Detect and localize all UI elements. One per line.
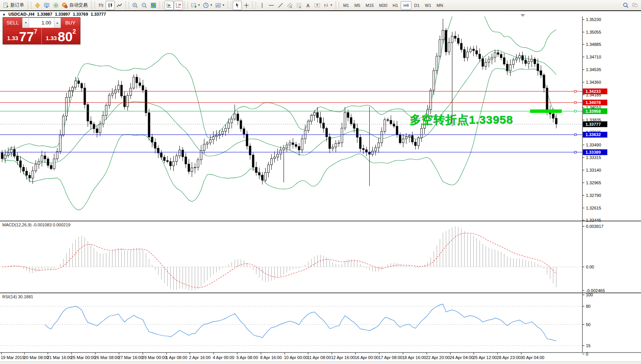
time-axis: 19 Mar 201920 Mar 08:0021 Mar 16:0025 Ma…	[1, 353, 544, 360]
timeframe-m1-button[interactable]: M1	[341, 1, 352, 10]
arrows-button[interactable]: ▼	[322, 1, 334, 10]
highlight-rectangle[interactable]	[530, 109, 562, 113]
svg-text:1.33140: 1.33140	[586, 168, 601, 172]
auto-scroll-button[interactable]	[165, 1, 174, 10]
macd-label: MACD(12,26,9) -0.001083 0.000219	[2, 223, 70, 227]
buy-price-prefix: 1.33	[46, 35, 57, 42]
vertical-line-icon	[259, 2, 265, 8]
toolbar-separator	[31, 2, 31, 9]
svg-text:1.33315: 1.33315	[586, 155, 601, 160]
volume-increase-button[interactable]: ▲	[54, 18, 61, 28]
new-order-button-label: 新订单	[10, 2, 24, 8]
rsi-label: RSI(14) 30.1881	[2, 294, 33, 299]
toolbar-separator	[339, 2, 339, 9]
timeframe-h4-button[interactable]: H4	[401, 1, 411, 10]
timeframe-d1-button[interactable]: D1	[411, 1, 422, 10]
line-handle[interactable]	[574, 102, 576, 104]
template-button[interactable]: ▼	[214, 1, 226, 10]
new-chart-button[interactable]: ▼	[189, 1, 202, 10]
svg-text:24 Apr 04:00: 24 Apr 04:00	[450, 355, 473, 360]
chat-button[interactable]	[630, 1, 639, 10]
bar-chart-button[interactable]	[96, 1, 106, 10]
buy-price-button[interactable]: 1.33 80 2	[42, 28, 80, 44]
quote-collapse-icon[interactable]: ▲	[2, 12, 6, 16]
chevron-down-icon[interactable]: ▼	[222, 3, 225, 7]
timeframe-m15-button[interactable]: M15	[363, 1, 376, 10]
terminal-button[interactable]	[42, 1, 51, 10]
svg-text:80: 80	[586, 304, 590, 309]
sell-price-button[interactable]: 1.33 77 7	[3, 28, 42, 44]
timeframe-m30-button[interactable]: M30	[377, 1, 390, 10]
metaeditor-button[interactable]	[33, 1, 42, 10]
svg-text:21 Mar 16:00: 21 Mar 16:00	[47, 355, 72, 360]
new-order-icon	[3, 2, 9, 8]
svg-text:A: A	[306, 3, 310, 8]
line-handle[interactable]	[574, 110, 576, 112]
text-button[interactable]: A	[303, 1, 313, 10]
buy-button[interactable]: BUY	[61, 18, 80, 28]
crosshair-button[interactable]	[242, 1, 251, 10]
volume-decrease-button[interactable]: ▼	[22, 18, 29, 28]
svg-text:1.33777: 1.33777	[586, 122, 601, 127]
main-pane[interactable]	[1, 11, 557, 210]
svg-text:25 Apr 12:00: 25 Apr 12:00	[473, 355, 497, 360]
channel-button[interactable]: E	[285, 1, 294, 10]
svg-text:1.33632: 1.33632	[586, 132, 601, 137]
toolbar-separator	[184, 2, 185, 9]
timeframe-h1-button[interactable]: H1	[390, 1, 401, 10]
cursor-icon	[234, 2, 240, 8]
fibonacci-button[interactable]: F	[294, 1, 303, 10]
vertical-line-button[interactable]	[258, 1, 267, 10]
tile-windows-button[interactable]	[149, 1, 158, 10]
trendline-button[interactable]	[276, 1, 285, 10]
svg-text:1.35230: 1.35230	[586, 17, 601, 22]
line-handle[interactable]	[574, 134, 576, 136]
zoom-out-button[interactable]	[140, 1, 149, 10]
fibonacci-icon: F	[296, 2, 302, 8]
chevron-down-icon[interactable]: ▼	[210, 3, 213, 7]
volume-input[interactable]: 1.00	[29, 18, 54, 28]
search-button[interactable]	[621, 1, 630, 10]
sell-button[interactable]: SELL	[3, 18, 22, 28]
svg-text:17 Apr 08:00: 17 Apr 08:00	[378, 355, 402, 360]
svg-text:1.35055: 1.35055	[586, 30, 601, 34]
candlestick-chart-button[interactable]	[106, 1, 115, 10]
chevron-down-icon[interactable]: ▼	[330, 3, 333, 7]
quote-close: 1.33777	[91, 12, 106, 16]
signals-button[interactable]	[51, 1, 60, 10]
auto-trading-button[interactable]: 自动交易	[60, 1, 90, 10]
sell-price-prefix: 1.33	[7, 35, 18, 42]
zoom-in-button[interactable]	[130, 1, 140, 10]
period-button[interactable]: ▼	[202, 1, 214, 10]
svg-text:0.00: 0.00	[586, 265, 594, 269]
horizontal-line-icon	[268, 2, 274, 8]
svg-text:1.34535: 1.34535	[586, 67, 601, 72]
timeframe-m5-button[interactable]: M5	[352, 1, 363, 10]
chevron-down-icon[interactable]: ▼	[197, 3, 201, 7]
svg-text:27 Mar 16:00: 27 Mar 16:00	[118, 355, 143, 360]
price-chart-canvas[interactable]: 1.352301.350551.348851.347101.345351.343…	[0, 11, 641, 364]
svg-text:2 Apr 16:00: 2 Apr 16:00	[189, 355, 210, 360]
new-order-button[interactable]: 新订单	[2, 1, 26, 10]
label-button[interactable]: T	[313, 1, 322, 10]
svg-text:1.32790: 1.32790	[586, 193, 601, 198]
cursor-button[interactable]	[233, 1, 242, 10]
svg-text:25 Mar 00:00: 25 Mar 00:00	[71, 355, 96, 360]
chart-shift-button[interactable]	[174, 1, 183, 10]
svg-text:30 Apr 04:00: 30 Apr 04:00	[520, 355, 544, 360]
line-chart-button[interactable]	[115, 1, 124, 10]
line-handle[interactable]	[574, 90, 576, 92]
auto-trading-icon	[62, 2, 68, 8]
toolbar-separator	[159, 2, 160, 9]
timeframe-mn-button[interactable]: MN	[434, 1, 446, 10]
toolbar-separator	[252, 2, 253, 9]
horizontal-line-button[interactable]	[267, 1, 276, 10]
timeframe-w1-button[interactable]: W1	[422, 1, 434, 10]
text-icon: A	[305, 2, 311, 8]
chat-icon	[632, 2, 638, 8]
svg-text:29 Mar 00:00: 29 Mar 00:00	[142, 355, 167, 360]
svg-text:1.33490: 1.33490	[586, 143, 601, 147]
line-handle[interactable]	[574, 151, 576, 153]
svg-text:18 Apr 16:00: 18 Apr 16:00	[402, 355, 426, 360]
chart-annotation-text[interactable]: 多空转折点1.33958	[409, 112, 513, 128]
